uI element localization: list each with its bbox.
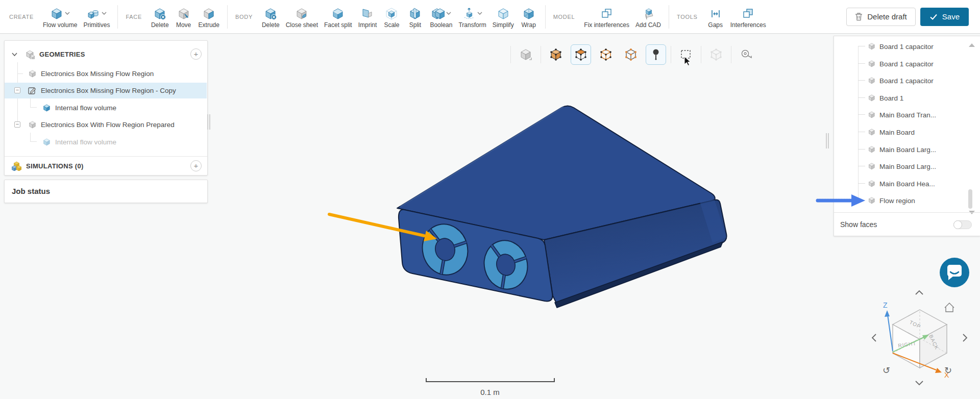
facet-split-button[interactable]: Facet split (321, 5, 355, 29)
gaps-button[interactable]: Gaps (704, 5, 727, 29)
primitives-icon (87, 7, 100, 20)
move-face-button[interactable]: Move (172, 5, 195, 29)
part-label: Main Board Hea... (879, 180, 935, 188)
part-list-item[interactable]: Board 1 capacitor (834, 55, 973, 72)
imprint-icon (361, 7, 374, 20)
chat-button[interactable] (940, 258, 969, 287)
left-panel-resize-handle[interactable] (207, 114, 210, 130)
chevron-down-icon[interactable] (102, 12, 107, 15)
geometry-part-icon (28, 69, 37, 78)
collapse-node-button[interactable]: − (14, 87, 20, 93)
add-cad-button[interactable]: Add CAD (632, 5, 664, 29)
electronics-box-model[interactable] (397, 106, 727, 308)
tree-item-label: Electronics Box Missing Flow Region - Co… (41, 87, 176, 94)
scale-body-icon (385, 7, 398, 20)
tree-item-flow-volume[interactable]: Internal flow volume (5, 99, 207, 116)
viewport[interactable]: 0.1 m TOP RIGHT BACK Z (0, 34, 980, 399)
model-section-label: MODEL (553, 14, 575, 20)
fix-interferences-button[interactable]: Fix interferences (581, 5, 632, 29)
save-button[interactable]: Save (920, 8, 969, 26)
navigation-cube[interactable]: TOP RIGHT BACK Z X (872, 291, 967, 385)
trash-icon (855, 12, 863, 21)
chevron-down-icon[interactable] (446, 12, 451, 15)
render-mode-button[interactable] (516, 44, 536, 65)
probe-point-button[interactable] (646, 44, 666, 65)
check-icon (929, 13, 938, 20)
selection-mode-toolbar (510, 44, 756, 65)
extrude-face-button[interactable]: Extrude (195, 5, 223, 29)
part-list-item[interactable]: Main Board Larg... (834, 158, 973, 175)
part-list-item[interactable]: Board 1 capacitor (834, 72, 973, 89)
part-list-item[interactable]: Main Board Hea... (834, 175, 973, 192)
scale-bar: 0.1 m (426, 378, 554, 396)
add-simulation-button[interactable]: + (190, 160, 202, 171)
boolean-button[interactable]: Boolean (427, 5, 455, 29)
chevron-down-icon[interactable] (65, 12, 70, 15)
tree-item-geometry[interactable]: Electronics Box Missing Flow Region (5, 65, 207, 82)
select-vertices-button[interactable] (621, 44, 641, 65)
geometries-header-row[interactable]: GEOMETRIES (5, 46, 207, 62)
imprint-button[interactable]: Imprint (355, 5, 380, 29)
delete-draft-label: Delete draft (867, 12, 907, 21)
close-sheet-button[interactable]: Close sheet (283, 5, 321, 29)
tree-item-geometry[interactable]: Electronics Box With Flow Region Prepare… (5, 116, 207, 133)
select-toolbar-divider (510, 46, 511, 63)
right-panel-resize-handle[interactable] (826, 133, 829, 148)
measure-button[interactable] (736, 44, 756, 65)
scrollbar-thumb[interactable] (968, 189, 972, 209)
collapse-node-button[interactable]: − (14, 121, 20, 128)
part-cube-icon (868, 180, 876, 188)
select-toolbar-divider (731, 46, 731, 63)
primitives-button[interactable]: Primitives (80, 5, 113, 29)
wrap-button[interactable]: Wrap (517, 5, 541, 29)
probe-point-icon (649, 48, 663, 61)
part-list-item[interactable]: Board 1 capacitor (834, 38, 973, 55)
split-body-button[interactable]: Split (403, 5, 427, 29)
part-cube-icon (868, 94, 876, 102)
simulations-header-row[interactable]: SIMULATIONS (0) (5, 157, 207, 176)
chevron-down-icon[interactable] (12, 53, 17, 57)
transform-body-button[interactable]: Transform (455, 5, 489, 29)
job-status-panel[interactable]: Job status (4, 180, 208, 203)
part-list-item[interactable]: Board 1 (834, 89, 973, 107)
scale-body-button[interactable]: Scale (380, 5, 403, 29)
tree-item-label: Internal flow volume (55, 104, 116, 112)
part-label: Flow region (879, 197, 915, 205)
delete-draft-button[interactable]: Delete draft (846, 8, 916, 26)
toolbar-divider (669, 5, 669, 29)
flow-volume-button[interactable]: Flow volume (40, 5, 80, 29)
tree-item-geometry-selected[interactable]: Electronics Box Missing Flow Region - Co… (5, 83, 207, 98)
select-faces-button[interactable] (571, 44, 591, 65)
roll-cw-button[interactable]: ↻ (944, 365, 952, 376)
part-list-item[interactable]: Main Board Tran... (834, 106, 973, 123)
rotate-down-button[interactable] (916, 381, 923, 385)
show-faces-toggle[interactable] (953, 220, 972, 229)
simplify-button[interactable]: Simplify (489, 5, 517, 29)
rotate-left-button[interactable] (872, 334, 876, 341)
scroll-up-icon[interactable] (969, 43, 975, 47)
body-delete-button[interactable]: Delete (259, 5, 283, 29)
interferences-button[interactable]: Interferences (727, 5, 769, 29)
flow-volume-item-icon (42, 138, 51, 146)
roll-ccw-button[interactable]: ↺ (883, 365, 890, 376)
select-toolbar-divider (671, 46, 671, 63)
face-delete-button[interactable]: Delete (148, 5, 172, 29)
tree-item-flow-volume-disabled[interactable]: Internal flow volume (5, 134, 207, 151)
part-cube-icon (868, 162, 876, 170)
rotate-up-button[interactable] (916, 291, 923, 294)
box-select-button[interactable] (676, 44, 696, 65)
chevron-down-icon[interactable] (477, 12, 482, 15)
rotate-right-button[interactable] (963, 334, 967, 341)
toolbar-divider (227, 5, 228, 29)
part-cube-icon (868, 77, 876, 85)
select-edges-button[interactable] (596, 44, 616, 65)
select-volumes-button[interactable] (546, 44, 566, 65)
part-cube-icon (868, 196, 876, 205)
part-label: Board 1 capacitor (879, 43, 934, 51)
select-toolbar-divider (541, 46, 541, 63)
part-list-item-flow-region[interactable]: Flow region (834, 192, 973, 209)
home-view-button[interactable] (945, 303, 954, 312)
add-geometry-button[interactable]: + (190, 48, 202, 60)
part-list-item[interactable]: Main Board Larg... (834, 141, 973, 158)
part-list-item[interactable]: Main Board (834, 123, 973, 141)
